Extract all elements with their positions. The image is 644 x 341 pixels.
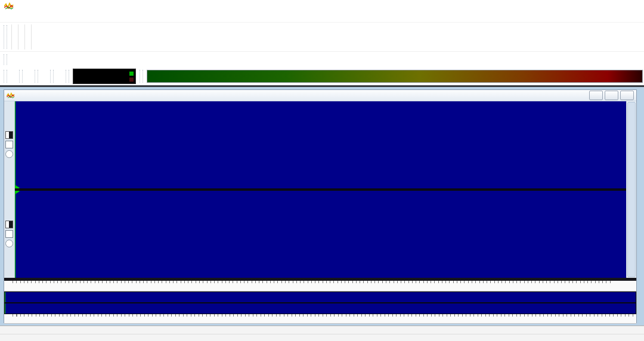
- right-channel-radio[interactable]: [5, 240, 13, 247]
- close-button[interactable]: [623, 0, 644, 12]
- toolbar-grip[interactable]: [140, 70, 143, 83]
- status-row-2: [0, 334, 644, 341]
- left-channel-controls: [5, 131, 13, 158]
- maximize-button[interactable]: [601, 0, 623, 12]
- waveform-right-channel[interactable]: [15, 191, 626, 278]
- marker-handle-icon[interactable]: [15, 191, 20, 194]
- level-meter: [147, 70, 643, 83]
- toolbar-grip[interactable]: [35, 70, 38, 83]
- waveform-stack: [15, 101, 626, 278]
- toolbar-grip[interactable]: [50, 70, 54, 83]
- right-channel-checkbox[interactable]: [5, 230, 13, 238]
- toolbar-separator: [18, 24, 18, 49]
- right-channel-controls: [5, 221, 13, 247]
- toolbar-grip[interactable]: [66, 70, 69, 83]
- toolbar-grip[interactable]: [19, 70, 23, 83]
- left-channel-radio[interactable]: [5, 150, 13, 158]
- menu-bar: [0, 12, 644, 22]
- overview-left-channel-view[interactable]: [5, 292, 636, 302]
- status-light-red: [129, 78, 134, 82]
- overview-right-channel-view[interactable]: [5, 303, 636, 314]
- vertical-scrollbar[interactable]: [626, 101, 636, 278]
- left-channel-checkbox[interactable]: [5, 141, 13, 148]
- overview-waveform-left[interactable]: [5, 292, 636, 302]
- time-display: [73, 69, 136, 84]
- left-channel-color-swatch: [5, 131, 13, 139]
- left-channel-view[interactable]: [15, 101, 626, 188]
- goldwave-logo-icon: [4, 2, 14, 10]
- overview-position-marker[interactable]: [5, 303, 5, 314]
- title-bar: [0, 0, 644, 12]
- scrollbar-thumb[interactable]: [627, 102, 636, 277]
- status-bar: [0, 326, 644, 341]
- toolbar-separator: [31, 24, 32, 49]
- main-toolbar: [0, 22, 644, 51]
- marker-handle-icon[interactable]: [15, 185, 20, 188]
- playback-position-marker[interactable]: [15, 191, 16, 278]
- document-icon: [7, 92, 15, 98]
- transport-bar: [0, 67, 644, 87]
- doc-minimize-button[interactable]: [589, 91, 603, 100]
- overview-strip[interactable]: [4, 292, 636, 314]
- right-channel-color-swatch: [5, 221, 13, 228]
- goldwave-window: [0, 0, 644, 341]
- time-ruler[interactable]: [4, 281, 636, 292]
- channel-gutter: [4, 101, 15, 278]
- waveform-zone: [4, 101, 636, 278]
- document-window: [4, 89, 637, 323]
- overview-time-ruler[interactable]: [4, 314, 636, 324]
- document-title-bar[interactable]: [4, 90, 636, 101]
- overview-position-marker[interactable]: [5, 292, 5, 302]
- doc-close-button[interactable]: [620, 91, 634, 100]
- playback-position-marker[interactable]: [15, 101, 16, 188]
- window-controls: [580, 0, 644, 12]
- toolbar-grip[interactable]: [4, 54, 7, 65]
- toolbar-grip[interactable]: [4, 25, 7, 49]
- status-light-green: [129, 72, 134, 76]
- toolbar-grip[interactable]: [4, 70, 7, 83]
- mdi-workspace: [0, 87, 644, 326]
- overview-waveform-right[interactable]: [5, 303, 636, 313]
- minimize-button[interactable]: [580, 0, 601, 12]
- waveform-left-channel[interactable]: [15, 101, 626, 188]
- toolbar-separator: [24, 24, 25, 49]
- status-row-1: [0, 326, 644, 334]
- right-channel-view[interactable]: [15, 191, 626, 278]
- effects-toolbar: [0, 51, 644, 67]
- toolbar-separator: [11, 24, 12, 49]
- doc-restore-button[interactable]: [605, 91, 618, 100]
